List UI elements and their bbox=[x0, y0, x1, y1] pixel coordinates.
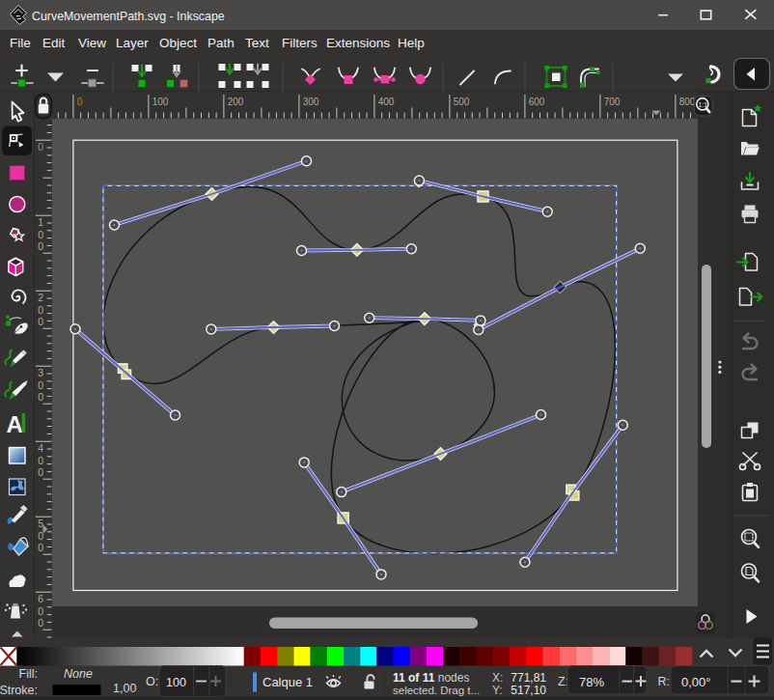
svg-text:Fill:: Fill: bbox=[19, 667, 38, 681]
svg-text:400: 400 bbox=[378, 97, 395, 107]
svg-text:3: 3 bbox=[38, 367, 43, 378]
svg-text:0,00°: 0,00° bbox=[681, 675, 711, 689]
svg-text:0: 0 bbox=[38, 466, 43, 478]
svg-text:100: 100 bbox=[152, 97, 169, 107]
svg-text:File: File bbox=[10, 36, 31, 50]
svg-text:Object: Object bbox=[159, 36, 197, 50]
svg-text:2: 2 bbox=[38, 292, 43, 303]
svg-text:Help: Help bbox=[398, 36, 425, 50]
svg-text:Y:: Y: bbox=[492, 684, 503, 697]
svg-text:0: 0 bbox=[38, 542, 43, 553]
svg-text:0: 0 bbox=[77, 97, 83, 107]
svg-text:Filters: Filters bbox=[282, 36, 318, 50]
svg-text:1: 1 bbox=[38, 216, 43, 228]
svg-text:4: 4 bbox=[38, 442, 43, 454]
svg-text:0: 0 bbox=[38, 455, 43, 466]
svg-text:500: 500 bbox=[454, 97, 470, 107]
svg-text:selected. Drag t...: selected. Drag t... bbox=[393, 685, 480, 696]
svg-text:0: 0 bbox=[38, 316, 43, 327]
svg-text:View: View bbox=[78, 36, 106, 50]
svg-text:0: 0 bbox=[38, 304, 43, 316]
svg-text:6: 6 bbox=[38, 593, 43, 604]
svg-text:Layer: Layer bbox=[116, 36, 149, 50]
svg-text:0: 0 bbox=[38, 530, 43, 542]
svg-text:Z:: Z: bbox=[558, 675, 568, 688]
svg-text:1,00: 1,00 bbox=[113, 682, 136, 695]
svg-text:Path: Path bbox=[207, 36, 235, 50]
svg-text:5: 5 bbox=[38, 518, 43, 529]
svg-text:Text: Text bbox=[245, 36, 269, 50]
svg-text:300: 300 bbox=[303, 97, 319, 107]
svg-text:800: 800 bbox=[679, 97, 696, 107]
svg-text:Extensions: Extensions bbox=[326, 36, 390, 50]
svg-text:None: None bbox=[64, 667, 93, 681]
svg-text:Stroke:: Stroke: bbox=[0, 684, 38, 697]
svg-text:517,10: 517,10 bbox=[511, 684, 546, 697]
svg-text:700: 700 bbox=[604, 97, 621, 107]
svg-text:O:: O: bbox=[146, 675, 158, 688]
svg-text:11 of 11 nodes: 11 of 11 nodes bbox=[393, 671, 469, 685]
svg-text:78%: 78% bbox=[579, 675, 604, 689]
svg-text:0: 0 bbox=[38, 229, 43, 240]
svg-text:0: 0 bbox=[38, 141, 43, 153]
svg-text:771,81: 771,81 bbox=[511, 671, 546, 685]
svg-text:A: A bbox=[7, 411, 23, 437]
svg-text:0: 0 bbox=[38, 391, 43, 403]
svg-text:0: 0 bbox=[38, 379, 43, 391]
svg-text:0: 0 bbox=[38, 240, 43, 252]
svg-text:200: 200 bbox=[228, 97, 244, 107]
svg-text:100: 100 bbox=[166, 676, 186, 689]
svg-text:0: 0 bbox=[38, 605, 43, 617]
svg-text:0: 0 bbox=[38, 617, 43, 629]
svg-text:R:: R: bbox=[658, 675, 671, 688]
svg-text:CurveMovementPath.svg - Inksca: CurveMovementPath.svg - Inkscape bbox=[32, 10, 225, 23]
svg-text:600: 600 bbox=[529, 97, 545, 107]
svg-text:X:: X: bbox=[492, 671, 503, 685]
svg-text:Edit: Edit bbox=[42, 36, 66, 50]
svg-text:Calque 1: Calque 1 bbox=[263, 675, 313, 689]
svg-text:1:1: 1:1 bbox=[699, 101, 708, 108]
